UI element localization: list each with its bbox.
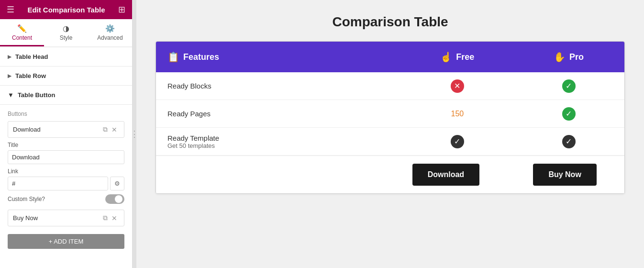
val-ready-template-pro: ✓ xyxy=(513,135,624,148)
copy-buy-now-button[interactable]: ⧉ xyxy=(101,213,110,223)
resize-handle[interactable]: ⋮ xyxy=(133,0,136,268)
comparison-table: 📋 Features ☝ Free ✋ Pro Ready Blocks ✕ ✓ xyxy=(155,41,625,194)
delete-download-button[interactable]: ✕ xyxy=(110,125,119,134)
table-head-arrow: ▶ xyxy=(8,54,11,59)
title-label: Title xyxy=(8,142,124,148)
feature-ready-template-label: Ready Template xyxy=(167,134,390,142)
check-green-icon-2: ✓ xyxy=(562,107,576,121)
feature-ready-template-subtitle: Get 50 templates xyxy=(167,142,390,149)
delete-buy-now-button[interactable]: ✕ xyxy=(110,213,119,223)
title-input[interactable] xyxy=(8,150,124,164)
top-bar: ☰ Edit Comparison Table ⊞ xyxy=(0,0,132,19)
table-row-ready-pages: Ready Pages 150 ✓ xyxy=(156,100,624,128)
section-table-button: ▼ Table Button Buttons Download ⧉ ✕ Titl… xyxy=(0,86,132,255)
button-download-label: Download xyxy=(13,126,101,133)
table-button-label: Table Button xyxy=(18,91,55,99)
pro-col-icon: ✋ xyxy=(554,51,566,63)
title-field-group: Title xyxy=(8,142,124,164)
section-table-row[interactable]: ▶ Table Row xyxy=(0,67,132,86)
table-row-arrow: ▶ xyxy=(8,73,11,78)
table-cta-row: Download Buy Now xyxy=(156,156,624,193)
section-table-head[interactable]: ▶ Table Head xyxy=(0,47,132,67)
right-panel: Comparison Table 📋 Features ☝ Free ✋ Pro… xyxy=(136,0,644,268)
features-icon: 📋 xyxy=(167,51,179,63)
val-ready-blocks-free: ✕ xyxy=(402,79,513,93)
val-ready-pages-free: 150 xyxy=(402,110,513,118)
val-ready-pages-pro: ✓ xyxy=(513,107,624,121)
features-label: Features xyxy=(183,52,219,62)
link-row: ⚙ xyxy=(8,177,124,190)
table-button-arrow: ▼ xyxy=(8,91,14,99)
tab-style-label: Style xyxy=(60,34,73,41)
tab-advanced[interactable]: ⚙️ Advanced xyxy=(88,19,132,46)
link-field-group: Link ⚙ xyxy=(8,168,124,190)
table-header-features: 📋 Features xyxy=(156,51,402,63)
advanced-tab-icon: ⚙️ xyxy=(105,24,115,33)
table-row-ready-template: Ready Template Get 50 templates ✓ ✓ xyxy=(156,128,624,156)
comparison-title: Comparison Table xyxy=(332,14,448,30)
tab-style[interactable]: ◑ Style xyxy=(44,19,88,46)
val-ready-blocks-pro: ✓ xyxy=(513,79,624,93)
buttons-label: Buttons xyxy=(8,111,124,117)
button-buy-now-label: Buy Now xyxy=(13,214,101,222)
feature-ready-template: Ready Template Get 50 templates xyxy=(156,128,402,155)
feature-ready-pages: Ready Pages xyxy=(156,104,402,123)
content-tab-icon: ✏️ xyxy=(17,24,27,33)
panel-title: Edit Comparison Table xyxy=(27,6,105,14)
table-header-col-pro: ✋ Pro xyxy=(513,51,624,63)
free-col-label: Free xyxy=(456,52,474,62)
link-input[interactable] xyxy=(8,177,108,190)
grid-icon[interactable]: ⊞ xyxy=(118,4,125,15)
feature-ready-blocks: Ready Blocks xyxy=(156,76,402,96)
table-row-ready-blocks: Ready Blocks ✕ ✓ xyxy=(156,72,624,100)
feature-ready-pages-label: Ready Pages xyxy=(167,110,211,118)
toggle-no-label: NO xyxy=(115,197,122,201)
cta-download-button[interactable]: Download xyxy=(412,164,479,186)
free-col-icon: ☝ xyxy=(440,51,452,63)
link-label: Link xyxy=(8,168,124,175)
copy-download-button[interactable]: ⧉ xyxy=(101,124,110,134)
link-gear-button[interactable]: ⚙ xyxy=(110,177,124,190)
table-head-label: Table Head xyxy=(15,53,48,60)
check-green-icon: ✓ xyxy=(562,79,576,93)
left-panel: ☰ Edit Comparison Table ⊞ ✏️ Content ◑ S… xyxy=(0,0,133,268)
button-row-download: Download ⧉ ✕ xyxy=(8,121,124,138)
table-header-col-free: ☝ Free xyxy=(402,51,513,63)
tab-content-label: Content xyxy=(12,34,32,41)
hamburger-icon[interactable]: ☰ xyxy=(7,4,14,15)
style-tab-icon: ◑ xyxy=(63,24,69,33)
custom-style-row: Custom Style? NO xyxy=(8,194,124,204)
pro-col-label: Pro xyxy=(569,52,584,62)
cta-buynow-button[interactable]: Buy Now xyxy=(533,164,596,186)
add-item-button[interactable]: + ADD ITEM xyxy=(8,234,124,249)
table-btn-spacer xyxy=(156,156,387,193)
table-btn-cell-buynow: Buy Now xyxy=(505,156,624,193)
table-button-body: Buttons Download ⧉ ✕ Title Link ⚙ xyxy=(0,105,132,255)
button-row-buy-now: Buy Now ⧉ ✕ xyxy=(8,210,124,226)
tab-content[interactable]: ✏️ Content xyxy=(0,19,44,46)
table-btn-cell-download: Download xyxy=(387,156,506,193)
custom-style-label: Custom Style? xyxy=(8,196,45,202)
table-row-label: Table Row xyxy=(15,72,46,79)
val-ready-template-free: ✓ xyxy=(402,135,513,148)
tab-advanced-label: Advanced xyxy=(97,34,122,41)
check-dark-icon-2: ✓ xyxy=(562,135,576,148)
table-button-header[interactable]: ▼ Table Button xyxy=(0,86,132,105)
custom-style-toggle[interactable]: NO xyxy=(105,194,124,204)
check-dark-icon: ✓ xyxy=(451,135,464,148)
val-number-150: 150 xyxy=(451,110,464,118)
x-red-icon: ✕ xyxy=(451,79,464,93)
tabs-row: ✏️ Content ◑ Style ⚙️ Advanced xyxy=(0,19,132,47)
feature-ready-blocks-label: Ready Blocks xyxy=(167,82,211,90)
table-header-row: 📋 Features ☝ Free ✋ Pro xyxy=(156,42,624,72)
